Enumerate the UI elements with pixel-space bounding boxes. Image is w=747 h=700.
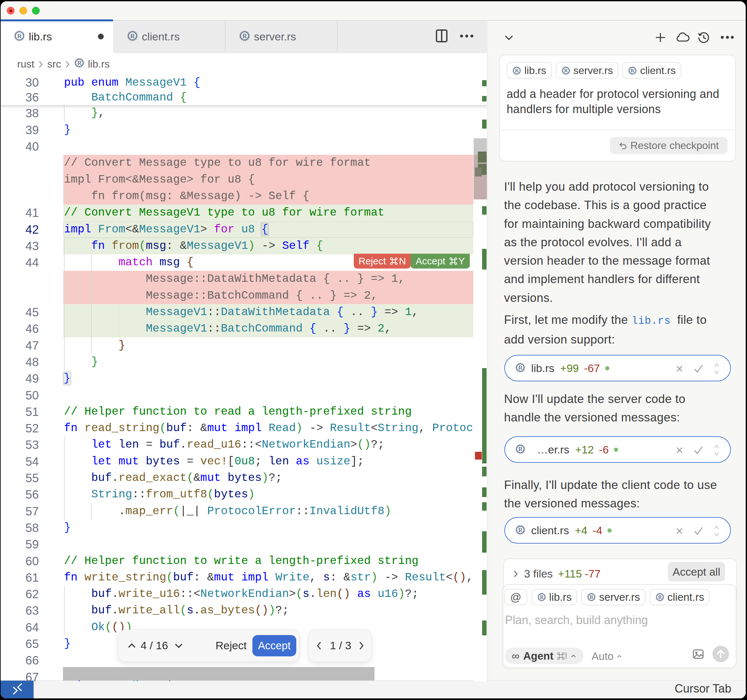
svg-text:R: R (540, 594, 544, 600)
svg-text:R: R (658, 594, 662, 600)
svg-text:R: R (518, 527, 523, 533)
svg-text:R: R (631, 68, 635, 73)
svg-text:R: R (17, 33, 22, 39)
svg-text:R: R (515, 68, 519, 73)
svg-text:R: R (242, 33, 247, 39)
svg-text:R: R (564, 68, 568, 73)
svg-text:R: R (590, 594, 594, 600)
svg-text:R: R (77, 60, 82, 66)
svg-text:R: R (518, 446, 523, 453)
svg-text:R: R (518, 365, 523, 371)
svg-text:R: R (130, 33, 135, 39)
